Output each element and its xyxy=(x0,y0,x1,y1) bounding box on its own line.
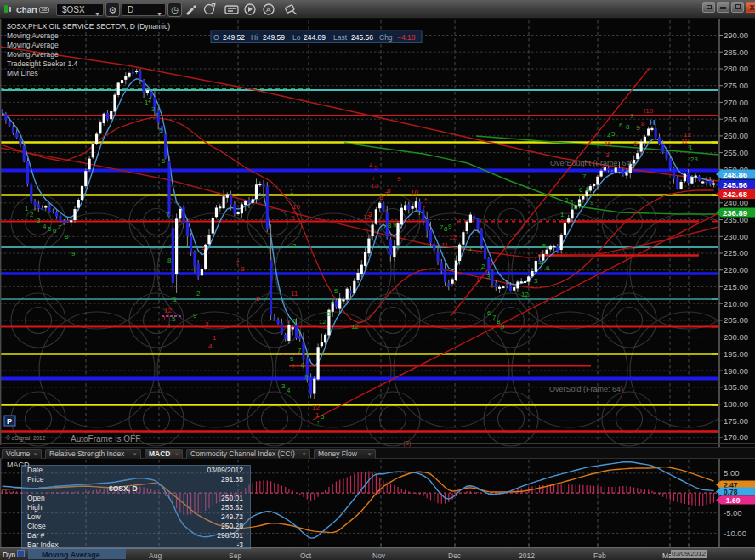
svg-text:Moving Average: Moving Average xyxy=(7,31,59,40)
svg-text:1: 1 xyxy=(315,411,320,419)
svg-text:7: 7 xyxy=(298,347,302,354)
svg-text:265.00: 265.00 xyxy=(724,115,748,124)
svg-text:8: 8 xyxy=(626,123,630,131)
svg-text:© eSignal, 2012: © eSignal, 2012 xyxy=(6,435,46,442)
svg-text:8: 8 xyxy=(641,120,645,127)
svg-text:8: 8 xyxy=(586,186,590,194)
svg-text:244.89: 244.89 xyxy=(304,33,326,42)
svg-text:4: 4 xyxy=(331,298,335,306)
svg-text:OverSold (Frame: 64): OverSold (Frame: 64) xyxy=(549,385,623,393)
svg-text:1: 1 xyxy=(560,211,565,218)
svg-text:249.59: 249.59 xyxy=(263,33,285,42)
svg-text:↑: ↑ xyxy=(292,362,295,370)
svg-text:MM Lines: MM Lines xyxy=(7,69,38,77)
svg-text:5: 5 xyxy=(542,242,547,250)
svg-text:3: 3 xyxy=(486,273,491,280)
svg-text:11: 11 xyxy=(291,290,298,297)
svg-text:180.00: 180.00 xyxy=(724,399,748,409)
svg-text:↓: ↓ xyxy=(372,174,375,182)
svg-text:2: 2 xyxy=(292,242,297,250)
svg-text:6: 6 xyxy=(487,309,491,317)
svg-text:45: 45 xyxy=(604,140,611,148)
svg-text:249.52: 249.52 xyxy=(223,33,245,42)
svg-text:O: O xyxy=(213,33,219,42)
svg-text:Last: Last xyxy=(333,33,348,42)
svg-text:12: 12 xyxy=(351,323,359,331)
svg-text:200.00: 200.00 xyxy=(724,332,748,342)
svg-text:5.00: 5.00 xyxy=(724,468,740,478)
svg-text:6: 6 xyxy=(379,194,383,201)
svg-text:7: 7 xyxy=(166,211,170,218)
svg-text:205.00: 205.00 xyxy=(724,315,748,325)
svg-text:−4.18: −4.18 xyxy=(397,33,416,42)
svg-text:1: 1 xyxy=(476,276,480,284)
svg-text:2: 2 xyxy=(565,196,569,204)
svg-text:1: 1 xyxy=(468,245,473,252)
svg-text:4: 4 xyxy=(208,342,213,350)
svg-text:12: 12 xyxy=(684,131,691,139)
svg-text:4: 4 xyxy=(43,223,47,230)
svg-text:Lo: Lo xyxy=(292,33,301,42)
svg-text:Hi: Hi xyxy=(251,33,258,42)
svg-text:12: 12 xyxy=(164,307,172,314)
svg-text:↑: ↑ xyxy=(316,419,320,427)
svg-text:1: 1 xyxy=(597,171,601,178)
svg-text:13: 13 xyxy=(371,182,378,189)
svg-text:9: 9 xyxy=(393,221,397,229)
svg-text:9: 9 xyxy=(193,312,197,320)
svg-text:P: P xyxy=(7,417,12,426)
svg-text:7: 7 xyxy=(630,112,634,120)
svg-text:190.00: 190.00 xyxy=(724,366,748,376)
svg-text:215.00: 215.00 xyxy=(724,282,748,291)
svg-text:2: 2 xyxy=(196,290,201,297)
svg-text:285.00: 285.00 xyxy=(724,48,748,57)
svg-text:10: 10 xyxy=(411,189,418,196)
svg-text:5: 5 xyxy=(48,225,52,233)
svg-text:OverBought (Frame: 64): OverBought (Frame: 64) xyxy=(550,159,633,167)
svg-text:185.00: 185.00 xyxy=(724,382,748,392)
svg-text:8: 8 xyxy=(301,361,305,369)
svg-text:1: 1 xyxy=(25,205,29,212)
svg-text:3: 3 xyxy=(37,217,41,224)
svg-text:275.00: 275.00 xyxy=(724,81,748,90)
svg-text:1: 1 xyxy=(689,144,693,151)
svg-text:248.86: 248.86 xyxy=(723,170,747,179)
svg-text:236.89: 236.89 xyxy=(723,208,747,218)
svg-text:Moving Average: Moving Average xyxy=(7,50,59,59)
svg-text:12: 12 xyxy=(449,234,457,241)
svg-text:6: 6 xyxy=(633,140,638,148)
svg-text:1: 1 xyxy=(290,188,294,195)
svg-text:9: 9 xyxy=(304,373,309,381)
svg-text:11: 11 xyxy=(441,241,449,249)
svg-text:8: 8 xyxy=(388,222,392,229)
svg-text:4: 4 xyxy=(538,259,542,267)
svg-text:220.00: 220.00 xyxy=(724,265,748,274)
svg-text:170.00: 170.00 xyxy=(724,433,748,442)
svg-text:2: 2 xyxy=(148,96,152,104)
svg-text:270.00: 270.00 xyxy=(724,98,748,107)
svg-text:242.68: 242.68 xyxy=(723,189,747,199)
svg-text:7: 7 xyxy=(383,223,387,231)
svg-text:245.56: 245.56 xyxy=(351,33,373,42)
svg-text:7: 7 xyxy=(58,223,62,231)
svg-text:↑: ↑ xyxy=(167,322,171,330)
svg-text:230.00: 230.00 xyxy=(724,232,748,241)
svg-text:7: 7 xyxy=(582,173,587,180)
svg-text:12: 12 xyxy=(319,318,326,325)
svg-text:245.56: 245.56 xyxy=(723,180,747,189)
svg-text:3: 3 xyxy=(368,211,372,218)
svg-text:4: 4 xyxy=(369,161,373,169)
svg-text:6: 6 xyxy=(256,295,260,303)
svg-text:3: 3 xyxy=(205,320,209,328)
svg-text:5: 5 xyxy=(202,244,206,252)
svg-text:195.00: 195.00 xyxy=(724,349,748,359)
svg-text:-10.00: -10.00 xyxy=(724,529,746,538)
svg-text:2: 2 xyxy=(30,211,34,218)
svg-text:4: 4 xyxy=(287,387,291,394)
svg-text:H: H xyxy=(650,118,656,127)
svg-text:5: 5 xyxy=(611,130,616,138)
svg-text:9: 9 xyxy=(590,199,594,206)
svg-text:2: 2 xyxy=(481,263,485,270)
svg-text:12: 12 xyxy=(312,404,320,411)
svg-text:7: 7 xyxy=(384,190,389,198)
